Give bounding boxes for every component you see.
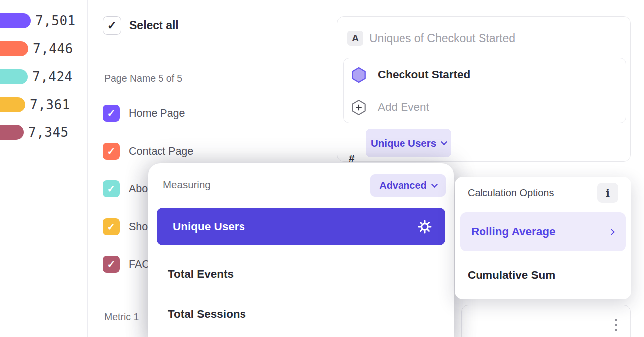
bar-value-label: 7,501 xyxy=(35,13,76,28)
page-filter-label: Sho xyxy=(129,221,148,233)
menu-option-label: Unique Users xyxy=(173,220,245,233)
info-icon: i xyxy=(606,187,610,199)
page-filter-label: Home Page xyxy=(129,107,185,120)
add-event-label: Add Event xyxy=(378,101,429,114)
chevron-right-icon xyxy=(608,229,615,235)
select-all-checkbox[interactable]: ✓ xyxy=(103,16,121,35)
bar-value-label: 7,345 xyxy=(28,125,69,140)
select-all-label: Select all xyxy=(129,19,179,32)
page-filter-row[interactable]: ✓ Contact Page xyxy=(103,143,193,160)
page-checkbox[interactable]: ✓ xyxy=(103,143,120,160)
page-checkbox[interactable]: ✓ xyxy=(103,256,120,273)
bar-value-label: 7,361 xyxy=(30,97,70,112)
event-row[interactable]: Checkout Started xyxy=(344,58,626,91)
menu-option-label: Total Events xyxy=(168,268,234,281)
page-filter-row[interactable]: ✓ Abo xyxy=(103,180,148,197)
bar-swatch xyxy=(0,97,25,112)
menu-option-total-events[interactable]: Total Events xyxy=(157,260,445,288)
measurement-dropdown[interactable]: Unique Users xyxy=(366,129,451,157)
calculation-options-menu: Calculation Options i Rolling Average Cu… xyxy=(455,177,631,299)
menu-option-cumulative-sum[interactable]: Cumulative Sum xyxy=(468,265,555,285)
menu-option-label: Rolling Average xyxy=(471,225,556,238)
menu-option-label: Cumulative Sum xyxy=(468,269,555,282)
hash-symbol: # xyxy=(349,152,355,164)
menu-option-total-sessions[interactable]: Total Sessions xyxy=(157,300,445,328)
event-hexagon-icon xyxy=(351,67,366,83)
page-filter-label: Abo xyxy=(129,183,148,195)
bar-value-label: 7,424 xyxy=(32,69,73,84)
page-checkbox[interactable]: ✓ xyxy=(103,105,120,122)
kebab-dot xyxy=(615,329,617,331)
metric-label: Metric 1 xyxy=(104,311,139,323)
events-card: Checkout Started Add Event xyxy=(343,58,626,123)
page-checkbox[interactable]: ✓ xyxy=(103,180,120,197)
chart-bar: 7,345 xyxy=(0,125,69,140)
series-letter-badge: A xyxy=(347,31,363,46)
bar-swatch xyxy=(0,125,24,140)
chart-bar: 7,446 xyxy=(0,41,73,56)
checkmark-icon: ✓ xyxy=(107,258,116,270)
page-name-count-label: Page Name 5 of 5 xyxy=(104,73,182,84)
page-filter-label: Contact Page xyxy=(129,145,193,158)
page-checkbox[interactable]: ✓ xyxy=(103,218,120,235)
page-filter-label: FAC xyxy=(129,258,150,271)
bar-swatch xyxy=(0,41,28,56)
bar-value-label: 7,446 xyxy=(33,41,73,56)
chart-bar: 7,361 xyxy=(0,97,70,112)
measurement-dropdown-label: Unique Users xyxy=(371,137,436,149)
checkmark-icon: ✓ xyxy=(107,221,116,233)
chart-bar: 7,424 xyxy=(0,69,73,84)
kebab-dot xyxy=(615,324,617,326)
calculation-options-title: Calculation Options xyxy=(468,187,554,199)
event-name: Checkout Started xyxy=(378,68,470,81)
bar-swatch xyxy=(0,69,28,84)
page-filter-row[interactable]: ✓ Home Page xyxy=(103,105,185,122)
add-event-hexagon-icon xyxy=(351,99,366,116)
advanced-mode-label: Advanced xyxy=(379,180,427,191)
checkmark-icon: ✓ xyxy=(107,19,117,32)
chevron-down-icon xyxy=(441,139,447,145)
chart-bar: 7,501 xyxy=(0,13,76,28)
page-filter-row[interactable]: ✓ Sho xyxy=(103,218,148,235)
settings-gear-icon[interactable] xyxy=(417,219,432,234)
query-builder-card: A Checkout Started Add Event # Unique Us… xyxy=(337,16,631,162)
checkmark-icon: ✓ xyxy=(107,145,116,157)
section-divider xyxy=(96,52,280,52)
kebab-menu-button[interactable] xyxy=(613,317,619,333)
measuring-menu: Measuring Advanced Unique Users Total Ev… xyxy=(148,163,454,337)
add-event-button[interactable]: Add Event xyxy=(344,91,626,124)
menu-option-label: Total Sessions xyxy=(168,308,246,321)
chevron-down-icon xyxy=(431,181,438,188)
panel-divider xyxy=(87,0,88,337)
page-filter-row[interactable]: ✓ FAC xyxy=(103,256,150,273)
checkmark-icon: ✓ xyxy=(107,183,116,195)
checkmark-icon: ✓ xyxy=(107,107,116,119)
bar-swatch xyxy=(0,13,31,28)
kebab-dot xyxy=(615,319,617,321)
menu-option-unique-users[interactable]: Unique Users xyxy=(157,208,445,245)
info-button[interactable]: i xyxy=(597,183,618,203)
menu-option-rolling-average[interactable]: Rolling Average xyxy=(460,212,626,251)
series-name-input[interactable] xyxy=(369,29,613,48)
select-all-row[interactable]: ✓ Select all xyxy=(103,16,179,35)
advanced-mode-toggle[interactable]: Advanced xyxy=(370,174,446,197)
measuring-menu-title: Measuring xyxy=(163,179,211,191)
secondary-metric-card xyxy=(461,305,631,337)
